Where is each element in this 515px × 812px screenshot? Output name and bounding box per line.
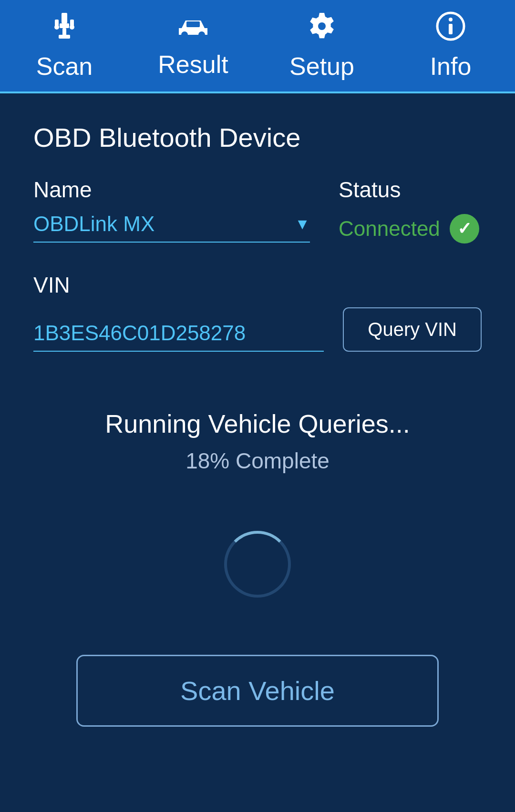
section-title: OBD Bluetooth Device [33, 122, 482, 153]
running-text: Running Vehicle Queries... [105, 409, 410, 438]
svg-rect-10 [186, 21, 200, 27]
info-icon [435, 11, 466, 48]
vin-section: VIN 1B3ES46C01D258278 Query VIN [33, 272, 482, 352]
scan-vehicle-button[interactable]: Scan Vehicle [76, 655, 439, 727]
svg-rect-13 [449, 24, 453, 34]
status-text: Connected [339, 217, 440, 241]
device-dropdown[interactable]: OBDLink MX ▼ [33, 212, 310, 243]
svg-rect-2 [62, 28, 66, 36]
svg-rect-1 [60, 23, 69, 28]
tab-setup[interactable]: Setup [258, 0, 386, 91]
usb-icon [49, 11, 80, 48]
main-content: OBD Bluetooth Device Name OBDLink MX ▼ S… [0, 93, 515, 793]
tab-setup-label: Setup [289, 52, 354, 81]
spinner-container [33, 531, 482, 598]
svg-point-8 [181, 31, 188, 38]
vin-input-wrapper[interactable]: 1B3ES46C01D258278 [33, 321, 324, 352]
tab-result[interactable]: Result [129, 0, 258, 91]
checkmark-icon: ✓ [457, 220, 472, 237]
svg-point-9 [198, 31, 205, 38]
gear-icon [307, 11, 337, 48]
name-label: Name [33, 177, 310, 203]
device-row: Name OBDLink MX ▼ Status Connected ✓ [33, 177, 482, 244]
tab-scan[interactable]: Scan [0, 0, 129, 91]
status-label: Status [339, 177, 482, 203]
svg-rect-3 [59, 35, 70, 39]
svg-point-11 [318, 22, 326, 30]
chevron-down-icon: ▼ [295, 215, 310, 233]
svg-point-7 [70, 25, 74, 30]
tab-info-label: Info [430, 52, 472, 81]
svg-point-14 [449, 18, 453, 21]
vin-value: 1B3ES46C01D258278 [33, 321, 246, 345]
tab-bar: Scan Result Setup [0, 0, 515, 93]
status-field-group: Status Connected ✓ [339, 177, 482, 244]
name-field-group: Name OBDLink MX ▼ [33, 177, 310, 243]
svg-rect-0 [62, 13, 67, 23]
tab-result-label: Result [158, 50, 228, 79]
scan-vehicle-section: Scan Vehicle [33, 626, 482, 765]
status-connected-icon: ✓ [450, 214, 479, 244]
query-vin-button[interactable]: Query VIN [343, 307, 482, 352]
tab-info[interactable]: Info [386, 0, 515, 91]
vin-label: VIN [33, 272, 482, 298]
status-section: Running Vehicle Queries... 18% Complete [33, 380, 482, 502]
tab-scan-label: Scan [36, 52, 93, 81]
vin-row: 1B3ES46C01D258278 Query VIN [33, 307, 482, 352]
complete-text: 18% Complete [185, 448, 330, 474]
svg-point-6 [54, 25, 59, 30]
status-value: Connected ✓ [339, 214, 482, 244]
car-icon [176, 13, 210, 46]
device-name-value: OBDLink MX [33, 212, 285, 236]
loading-spinner [224, 531, 291, 598]
